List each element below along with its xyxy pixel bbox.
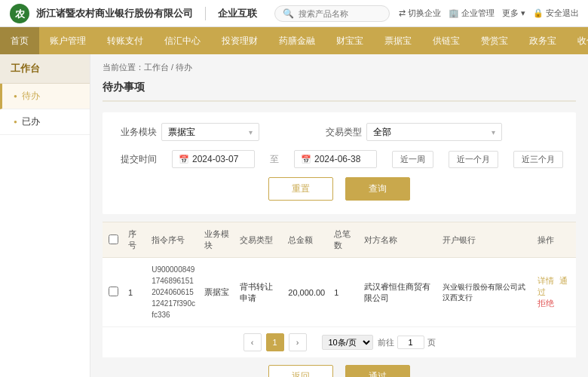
- filter-form: 业务模块 票据宝 ▾ 交易类型 全部 ▾: [103, 112, 576, 214]
- business-module-dropdown[interactable]: 票据宝: [168, 127, 246, 137]
- table-header: 序号 指令序号 业务模块 交易类型 总金额 总笔数 对方名称 开户银行 操作: [103, 222, 576, 258]
- sidebar-section: ● 待办 ● 已办: [0, 84, 90, 135]
- page-goto: 前往 页: [378, 336, 436, 349]
- header-links: ⇄ 切换企业 🏢 企业管理 更多 ▾ 🔒 安全退出: [399, 8, 579, 19]
- header: 农 浙江诸暨农村商业银行股份有限公司 企业互联 🔍 ⇄ 切换企业 🏢 企业管理 …: [0, 0, 588, 27]
- date-label: 提交时间: [115, 153, 157, 166]
- sidebar: 工作台 ● 待办 ● 已办: [0, 54, 90, 377]
- nav-item-yaoshen[interactable]: 药膳金融: [268, 27, 326, 54]
- sidebar-item-pending[interactable]: ● 待办: [0, 84, 90, 109]
- form-action-buttons: 重置 查询: [115, 177, 564, 201]
- chevron-down-icon: ▾: [521, 8, 525, 18]
- col-business: 业务模块: [200, 222, 235, 258]
- per-page-select[interactable]: 10条/页: [322, 335, 373, 350]
- row-actions: 详情 通过 拒绝: [533, 258, 576, 327]
- pagination: ‹ 1 › 10条/页 前往 页: [103, 327, 576, 357]
- sidebar-item-done[interactable]: ● 已办: [0, 109, 90, 135]
- bullet-icon: ●: [14, 93, 17, 100]
- form-row-module-type: 业务模块 票据宝 ▾ 交易类型 全部 ▾: [115, 123, 564, 141]
- divider: [205, 7, 206, 20]
- switch-enterprise-link[interactable]: ⇄ 切换企业: [399, 8, 441, 19]
- nav-item-invest[interactable]: 投资理财: [211, 27, 268, 54]
- search-box[interactable]: 🔍: [274, 5, 390, 22]
- date-to-field[interactable]: [314, 154, 375, 164]
- reject-link[interactable]: 拒绝: [537, 299, 554, 308]
- transaction-type-dropdown[interactable]: 全部: [373, 127, 488, 137]
- nav-item-account[interactable]: 账户管理: [39, 27, 96, 54]
- quick-btn-three-months[interactable]: 近三个月: [513, 151, 563, 168]
- nav-item-transfer[interactable]: 转账支付: [96, 27, 154, 54]
- nav-item-caibao[interactable]: 财宝宝: [326, 27, 374, 54]
- bank-logo-icon: 农: [9, 3, 30, 24]
- page-title: 待办事项: [103, 81, 576, 102]
- row-trans-type: 背书转让申请: [235, 258, 283, 327]
- row-seq: 1: [124, 258, 147, 327]
- main-layout: 工作台 ● 待办 ● 已办 当前位置：工作台 / 待办 待办事项 业务模块: [0, 54, 588, 377]
- enterprise-icon: 🏢: [449, 8, 459, 18]
- transaction-type-select[interactable]: 全部 ▾: [366, 123, 502, 141]
- safe-exit-link[interactable]: 🔒 安全退出: [533, 8, 579, 19]
- row-checkbox-cell: [103, 258, 124, 327]
- calendar-icon: 📅: [179, 155, 189, 164]
- quick-btn-month[interactable]: 近一个月: [449, 151, 498, 168]
- search-input[interactable]: [299, 9, 381, 18]
- brand-label: 企业互联: [218, 7, 257, 20]
- next-page-button[interactable]: ›: [289, 333, 307, 351]
- bottom-buttons: 返回 通过: [103, 365, 576, 377]
- detail-link[interactable]: 详情: [537, 276, 554, 285]
- quick-btn-week[interactable]: 近一周: [392, 151, 433, 168]
- date-from-input[interactable]: 📅: [172, 150, 255, 168]
- form-row-date: 提交时间 📅 至 📅 近一周 近一个月 近三个月: [115, 150, 564, 168]
- more-link[interactable]: 更多 ▾: [502, 8, 525, 19]
- approve-button[interactable]: 通过: [345, 365, 410, 377]
- table-header-row: 序号 指令序号 业务模块 交易类型 总金额 总笔数 对方名称 开户银行 操作: [103, 222, 576, 258]
- row-counterparty: 武汉睿恒住商贸有限公司: [360, 258, 439, 327]
- reset-button[interactable]: 重置: [268, 177, 333, 201]
- logo-area: 农 浙江诸暨农村商业银行股份有限公司 企业互联: [9, 3, 257, 24]
- date-separator: 至: [270, 153, 279, 166]
- date-to-input[interactable]: 📅: [294, 150, 377, 168]
- svg-text:农: 农: [14, 8, 26, 20]
- select-all-checkbox[interactable]: [109, 234, 118, 244]
- goto-page-input[interactable]: [397, 336, 424, 349]
- date-from-field[interactable]: [192, 154, 253, 164]
- nav-item-zhengwu[interactable]: 政务宝: [519, 27, 567, 54]
- nav-item-zanshang[interactable]: 赞赏宝: [470, 27, 519, 54]
- back-button[interactable]: 返回: [268, 365, 333, 377]
- enterprise-manage-link[interactable]: 🏢 企业管理: [449, 8, 495, 19]
- header-search-area: 🔍 ⇄ 切换企业 🏢 企业管理 更多 ▾ 🔒 安全退出: [274, 5, 579, 22]
- data-table: 序号 指令序号 业务模块 交易类型 总金额 总笔数 对方名称 开户银行 操作: [103, 222, 576, 327]
- calendar-icon-2: 📅: [301, 155, 311, 164]
- row-order-no: U90000084917468961512024060615124217f390…: [147, 258, 200, 327]
- nav-item-shoufu[interactable]: 收付宝: [567, 27, 588, 54]
- col-trans-type: 交易类型: [235, 222, 283, 258]
- col-checkbox: [103, 222, 124, 258]
- page-1-button[interactable]: 1: [266, 333, 284, 351]
- nav-item-piaobao[interactable]: 票据宝: [374, 27, 422, 54]
- chevron-down-icon-2: ▾: [492, 128, 495, 136]
- nav-item-home[interactable]: 首页: [0, 27, 39, 54]
- col-counterparty: 对方名称: [360, 222, 439, 258]
- content-area: 当前位置：工作台 / 待办 待办事项 业务模块 票据宝 ▾: [90, 54, 588, 377]
- query-button[interactable]: 查询: [345, 177, 410, 201]
- row-amount: 20,000.00: [283, 258, 329, 327]
- row-business: 票据宝: [200, 258, 235, 327]
- col-seq: 序号: [124, 222, 147, 258]
- col-count: 总笔数: [329, 222, 359, 258]
- bank-name: 浙江诸暨农村商业银行股份有限公司: [36, 7, 193, 20]
- col-bank: 开户银行: [438, 222, 533, 258]
- prev-page-button[interactable]: ‹: [243, 333, 262, 351]
- col-action: 操作: [533, 222, 576, 258]
- switch-icon: ⇄: [399, 8, 406, 18]
- col-order-no: 指令序号: [147, 222, 200, 258]
- row-count: 1: [329, 258, 359, 327]
- transaction-type-label: 交易类型: [320, 126, 362, 139]
- business-module-select[interactable]: 票据宝 ▾: [161, 123, 259, 141]
- navbar: 首页 账户管理 转账支付 信汇中心 投资理财 药膳金融 财宝宝 票据宝 供链宝 …: [0, 27, 588, 54]
- business-module-label: 业务模块: [115, 126, 157, 139]
- table-body: 1 U90000084917468961512024060615124217f3…: [103, 258, 576, 327]
- row-checkbox[interactable]: [109, 287, 118, 296]
- col-amount: 总金额: [283, 222, 329, 258]
- nav-item-xinhui[interactable]: 信汇中心: [154, 27, 211, 54]
- nav-item-gonglian[interactable]: 供链宝: [422, 27, 470, 54]
